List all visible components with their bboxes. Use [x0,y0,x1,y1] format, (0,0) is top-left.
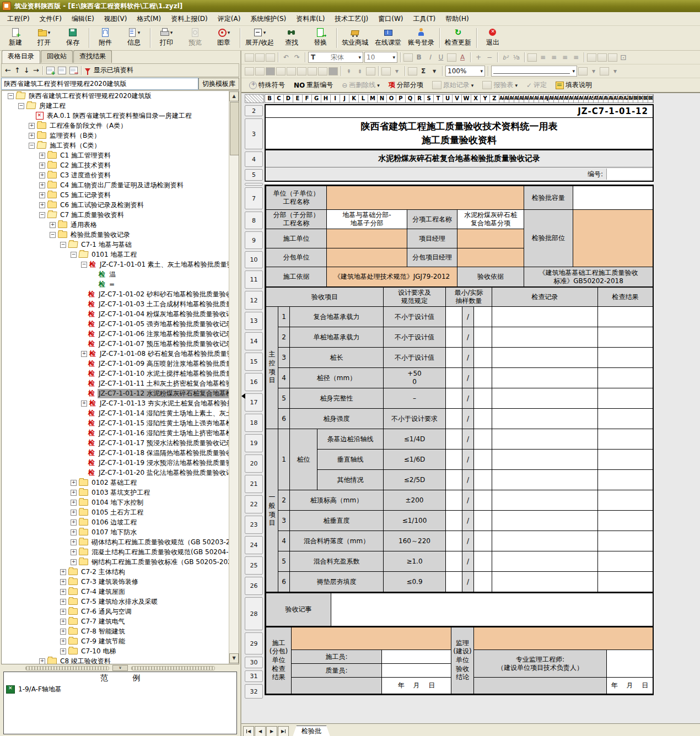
tree-item[interactable]: 检JZ-C7-1-01-06 注浆地基检验批质量验收记录 [2,329,239,339]
column-header[interactable]: AM [559,95,564,102]
row-header[interactable] [245,183,263,186]
move-left-icon[interactable]: ← [5,67,11,74]
copy-form-icon[interactable] [58,67,66,74]
filter-filled-label[interactable]: 显示已填资料 [94,66,133,75]
column-header[interactable]: AS [589,95,594,102]
menu-item[interactable]: 工程(P) [2,13,35,25]
filter-icon[interactable] [85,68,90,72]
column-header[interactable]: I [331,95,340,102]
tree-item[interactable]: 检温 [2,269,239,279]
check-result-cell[interactable] [598,409,653,429]
column-header[interactable]: AK [549,95,554,102]
sampling-actual-cell[interactable] [474,551,492,572]
construction-basis-value[interactable]: 《建筑地基处理技术规范》JGJ79-2012 [327,267,457,287]
tree-item[interactable]: +C5 施工记录资料 [2,190,239,200]
column-header[interactable]: AH [534,95,539,102]
row-header[interactable]: 8 [245,212,263,229]
border-outer-icon[interactable] [578,67,588,75]
collapse-icon[interactable]: − [50,232,56,238]
row-header[interactable]: 23 [245,516,263,534]
chevron-down-icon[interactable]: ▾ [263,30,266,35]
sampling-min-cell[interactable] [446,368,462,388]
expand-icon[interactable]: + [60,638,66,645]
sampling-cell[interactable]: / [462,368,474,388]
tree-item[interactable]: +混凝土结构工程施工质量验收规范(GB 50204-2015) [2,547,239,557]
supervision-date-cell[interactable]: 年 月 日 [607,678,653,694]
tree-item[interactable]: 检JZ-C7-1-01-17 预浸水法检验批质量验收记录 [2,438,239,448]
sum-button[interactable]: Σ [418,66,428,76]
new-button[interactable]: 新建 [1,26,30,50]
supervisor-sign-input[interactable] [607,650,653,678]
splitter-grip[interactable] [131,666,215,670]
print-button[interactable]: ▾打印 [152,26,181,50]
sampling-cell[interactable]: / [462,388,474,409]
move-down-icon[interactable]: ↓ [24,67,30,74]
expand-icon[interactable]: + [81,401,87,407]
template-name-input[interactable]: 陕西省建筑工程资料管理规程2020建筑版 [1,78,198,90]
switch-template-button[interactable]: 切换模板库 [198,78,239,90]
scrollbar-thumb[interactable] [230,102,239,155]
lock-cell-icon[interactable] [329,67,338,75]
sampling-actual-cell[interactable] [474,409,492,429]
check-result-cell[interactable] [598,368,653,388]
tree-item[interactable]: −0101 地基工程 [2,250,239,259]
sampling-min-cell[interactable] [446,307,462,327]
column-header[interactable]: O [387,95,396,102]
small-brush-icon[interactable] [366,67,375,75]
column-header[interactable]: AI [539,95,544,102]
tree-item[interactable]: +C7-7 建筑电气 [2,616,239,626]
tree-item[interactable]: 检JZ-C7-1-01-15 湿陷性黄土场地上强夯地基检验批质量验收记录 [2,418,239,428]
column-header[interactable]: L [359,95,368,102]
check-record-cell[interactable] [492,348,598,368]
select-table-icon[interactable] [381,67,391,75]
column-header[interactable]: AQ [579,95,584,102]
sampling-cell[interactable]: / [462,429,474,450]
paste-icon[interactable] [266,53,275,62]
column-header[interactable]: P [396,95,406,102]
item-project-value[interactable]: 水泥粉煤灰碎石桩复合地基分项 [457,210,524,229]
row-header[interactable]: 12 [245,291,263,310]
delete-row-icon[interactable] [287,67,296,75]
add-form-icon[interactable] [46,67,55,74]
column-header[interactable]: AC [509,95,514,102]
merge-cell-icon[interactable] [255,67,265,75]
split-cell-icon[interactable] [245,67,254,75]
sampling-min-cell[interactable] [446,348,462,368]
align-right-icon[interactable]: ≡ [560,52,570,62]
tree-item[interactable]: +C8 竣工验收资料 [2,656,239,664]
tree-item[interactable]: +0103 基坑支护工程 [2,488,239,497]
tree-item[interactable]: +0105 土石方工程 [2,507,239,517]
tree-item[interactable]: +C7-2 主体结构 [2,567,239,577]
expand-icon[interactable]: + [60,629,66,635]
vertical-text-rotate-icon[interactable] [597,53,607,62]
sampling-actual-cell[interactable] [474,470,492,490]
check-record-cell[interactable] [492,551,598,572]
tree-item[interactable]: +C7-3 建筑装饰装修 [2,577,239,587]
column-header[interactable]: AW [609,95,613,102]
tab-回收站[interactable]: 回收站 [41,50,73,63]
column-header[interactable]: T [434,95,443,102]
sampling-actual-cell[interactable] [474,572,492,592]
column-header[interactable]: C [274,95,284,102]
check-result-cell[interactable] [598,470,653,490]
tree-item[interactable]: +工程准备阶段文件（A类） [2,121,239,131]
sampling-actual-cell[interactable] [474,348,492,368]
tree-item[interactable]: +C7-5 建筑给水排水及采暖 [2,597,239,607]
row-header[interactable]: 17 [245,393,263,412]
column-header[interactable]: AG [529,95,534,102]
sampling-min-cell[interactable] [446,490,462,511]
重新编号-button[interactable]: NO重新编号 [294,80,333,90]
find-button[interactable]: 查找 [277,26,306,50]
tree-item[interactable]: 检JZ-C7-1-01-02 砂和砂石地基检验批质量验收记录 [2,289,239,299]
form-number-row[interactable]: 编号: [266,167,653,181]
column-header[interactable]: V [453,95,462,102]
construction-unit-input[interactable] [327,229,407,248]
row-header[interactable]: 19 [245,434,263,452]
column-header[interactable]: M [368,95,378,102]
tree-item[interactable]: −施工资料（C类） [2,140,239,150]
number-input[interactable] [606,169,652,180]
sampling-min-cell[interactable] [446,327,462,348]
sampling-min-cell[interactable] [446,409,462,429]
tree-item[interactable]: −C7-1 地基与基础 [2,240,239,250]
acceptance-note-input[interactable] [331,593,653,626]
